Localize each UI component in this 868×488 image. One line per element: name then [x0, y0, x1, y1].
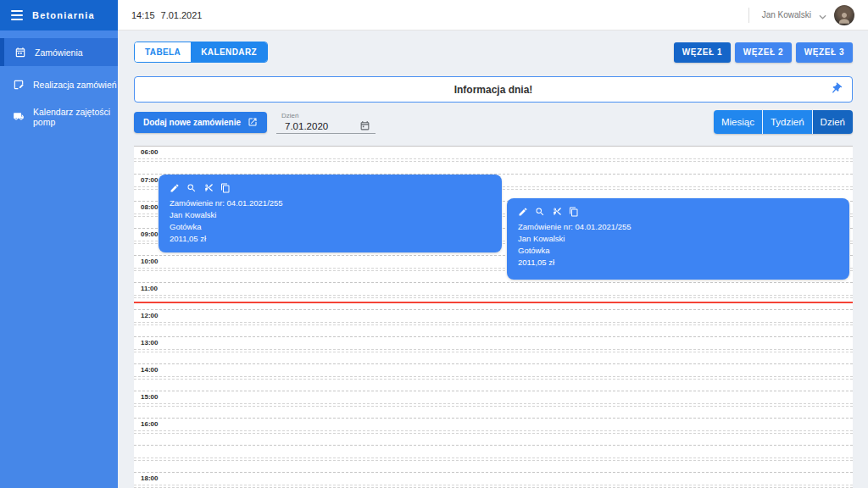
current-datetime: 14:15 7.01.2021 — [131, 10, 202, 20]
calendar-event[interactable]: Zamówienie nr: 04.01.2021/255Jan Kowalsk… — [507, 198, 849, 280]
event-client: Jan Kowalski — [170, 209, 491, 221]
sidebar-item-label: Zamówienia — [35, 47, 83, 58]
hour-label: 08:00 — [141, 203, 158, 211]
hour-label: 16:00 — [141, 420, 158, 428]
edit-icon[interactable] — [170, 181, 180, 191]
hour-row-16:00[interactable]: 16:00 — [134, 418, 853, 445]
current-time: 14:15 — [131, 10, 155, 20]
cut-icon[interactable] — [552, 205, 562, 215]
add-order-button[interactable]: Dodaj nowe zamówienie — [134, 112, 267, 133]
truck-icon — [12, 110, 25, 123]
main-content: TABELAKALENDARZ WĘZEŁ 1WĘZEŁ 2WĘZEŁ 3 In… — [118, 30, 868, 488]
event-amount: 2011,05 zł — [170, 233, 491, 245]
wezel-3-button[interactable]: WĘZEŁ 3 — [796, 42, 853, 63]
edit-icon[interactable] — [518, 205, 528, 215]
hour-row-18:00[interactable]: 18:00 — [134, 472, 853, 488]
topbar-divider — [748, 8, 749, 23]
event-client: Jan Kowalski — [518, 233, 838, 245]
hour-label: 18:00 — [141, 474, 158, 482]
event-toolbar — [518, 205, 838, 215]
hour-row-unlabeled-11[interactable] — [134, 445, 853, 472]
event-order-number: Zamówienie nr: 04.01.2021/255 — [170, 197, 491, 209]
hour-label: 12:00 — [141, 312, 158, 319]
current-date: 7.01.2021 — [161, 10, 203, 20]
info-banner-text: Informacja dnia! — [454, 84, 533, 96]
sidebar-item-zamowienia[interactable]: Zamówienia — [0, 38, 118, 66]
search-icon[interactable] — [186, 181, 197, 191]
event-payment: Gotówka — [518, 245, 838, 257]
app-brand: Betoniarnia — [32, 10, 95, 20]
event-amount: 2011,05 zł — [518, 257, 838, 269]
sidebar-item-realizacja-zamowien[interactable]: Realizacja zamówień — [0, 70, 118, 98]
tab-kalendarz[interactable]: KALENDARZ — [191, 42, 267, 62]
info-banner: Informacja dnia! — [134, 76, 853, 103]
hour-label: 11:00 — [141, 285, 158, 292]
day-date-input[interactable]: Dzień 7.01.2020 — [276, 112, 376, 134]
view-dzien-button[interactable]: Dzień — [813, 110, 853, 134]
open-in-new-icon — [248, 117, 258, 129]
hour-label: 15:00 — [141, 393, 158, 401]
sidebar-item-kalendarz-zajetosci-pomp[interactable]: Kalendarz zajętości pomp — [0, 103, 118, 130]
event-toolbar — [170, 181, 491, 191]
sidebar-header: Betoniarnia — [0, 0, 118, 30]
view-tabs: TABELAKALENDARZ — [134, 42, 268, 63]
topbar: 14:15 7.01.2021 Jan Kowalski — [118, 0, 868, 30]
node-buttons: WĘZEŁ 1WĘZEŁ 2WĘZEŁ 3 — [674, 42, 853, 63]
hour-label: 13:00 — [141, 339, 158, 347]
actions-row: Dodaj nowe zamówienie Dzień 7.01.2020 Mi… — [134, 112, 853, 134]
event-payment: Gotówka — [170, 221, 491, 233]
day-calendar: 06:0007:0008:0009:0010:0011:0012:0013:00… — [134, 146, 853, 488]
sidebar-item-label: Kalendarz zajętości pomp — [33, 107, 118, 127]
user-menu[interactable]: Jan Kowalski — [748, 5, 854, 25]
search-icon[interactable] — [535, 205, 545, 215]
calendar-view-switcher: MiesiącTydzieńDzień — [714, 110, 853, 134]
document-edit-icon — [12, 78, 25, 91]
view-tydzien-button[interactable]: Tydzień — [763, 110, 813, 134]
avatar[interactable] — [834, 5, 854, 25]
hour-row-13:00[interactable]: 13:00 — [134, 336, 853, 363]
hour-label: 06:00 — [141, 148, 158, 156]
wezel-1-button[interactable]: WĘZEŁ 1 — [674, 42, 731, 63]
calendar-event[interactable]: Zamówienie nr: 04.01.2021/255Jan Kowalsk… — [159, 175, 502, 252]
calendar-picker-icon[interactable] — [359, 119, 370, 130]
hour-label: 09:00 — [141, 230, 158, 238]
hour-label: 10:00 — [141, 258, 158, 265]
hour-row-14:00[interactable]: 14:00 — [134, 363, 853, 391]
day-field-value: 7.01.2020 — [285, 121, 328, 131]
current-time-indicator — [134, 302, 853, 303]
toolbar-row: TABELAKALENDARZ WĘZEŁ 1WĘZEŁ 2WĘZEŁ 3 — [134, 42, 853, 63]
wezel-2-button[interactable]: WĘZEŁ 2 — [735, 42, 792, 63]
sidebar: Betoniarnia ZamówieniaRealizacja zamówie… — [0, 0, 118, 488]
day-field-label: Dzień — [281, 112, 298, 119]
calendar-icon — [14, 46, 26, 58]
hour-label: 07:00 — [141, 176, 158, 184]
hour-row-15:00[interactable]: 15:00 — [134, 391, 853, 418]
view-miesiac-button[interactable]: Miesiąc — [714, 110, 763, 134]
event-order-number: Zamówienie nr: 04.01.2021/255 — [518, 221, 838, 233]
pin-icon[interactable] — [829, 82, 844, 97]
tab-tabela[interactable]: TABELA — [135, 42, 191, 62]
add-order-label: Dodaj nowe zamówienie — [143, 118, 241, 127]
hour-row-06:00[interactable]: 06:00 — [134, 147, 853, 174]
hour-row-11:00[interactable]: 11:00 — [134, 282, 853, 309]
cut-icon[interactable] — [203, 181, 214, 191]
hour-row-12:00[interactable]: 12:00 — [134, 309, 853, 336]
sidebar-nav: ZamówieniaRealizacja zamówieńKalendarz z… — [0, 38, 118, 130]
menu-icon[interactable] — [11, 10, 23, 20]
hour-label: 14:00 — [141, 366, 158, 374]
copy-icon[interactable] — [220, 181, 231, 191]
copy-icon[interactable] — [569, 205, 579, 215]
sidebar-item-label: Realizacja zamówień — [33, 80, 117, 90]
chevron-down-icon — [819, 8, 826, 23]
user-name: Jan Kowalski — [762, 10, 811, 19]
